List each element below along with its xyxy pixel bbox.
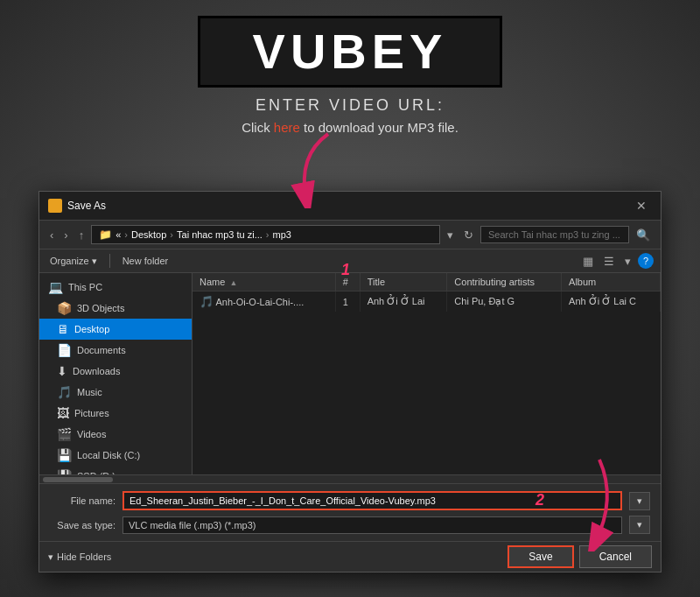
this-pc-icon: 💻: [48, 280, 63, 294]
main-content: VUBEY ENTER VIDEO URL: Click here to dow…: [0, 0, 700, 147]
view-dropdown-button[interactable]: ▾: [621, 254, 634, 269]
view-list-button[interactable]: ☰: [600, 254, 618, 269]
3d-objects-icon: 📦: [57, 301, 72, 315]
cell-album: Anh Ởi Ở Lai C: [562, 291, 661, 313]
folder-icon: 📁: [99, 228, 112, 241]
nav-this-pc[interactable]: 💻 This PC: [39, 277, 192, 298]
step-2-label: 2: [536, 491, 544, 509]
arrow-1: [289, 130, 341, 208]
col-name[interactable]: Name ▲: [192, 273, 335, 291]
hide-folders-label: Hide Folders: [57, 551, 111, 562]
nav-pictures[interactable]: 🖼 Pictures: [39, 403, 192, 424]
filename-label: File name:: [50, 495, 116, 506]
savetype-label: Save as type:: [50, 520, 116, 530]
toolbar-separator: [109, 254, 110, 268]
view-controls: ▦ ☰ ▾ ?: [579, 253, 654, 269]
breadcrumb-desktop[interactable]: Desktop: [131, 229, 166, 240]
organize-button[interactable]: Organize ▾: [46, 254, 101, 269]
new-folder-button[interactable]: New folder: [119, 254, 172, 268]
ssd-d-icon: 💾: [57, 469, 72, 474]
filename-input[interactable]: [122, 491, 622, 510]
enter-url-label: ENTER VIDEO URL:: [256, 96, 444, 115]
breadcrumb-folder[interactable]: Tai nhac mp3 tu zi...: [177, 229, 262, 240]
refresh-button[interactable]: ↻: [460, 227, 477, 243]
filename-dropdown-button[interactable]: ▾: [629, 492, 650, 510]
col-album[interactable]: Album: [562, 273, 661, 291]
nav-3d-objects[interactable]: 📦 3D Objects: [39, 298, 192, 319]
logo-text: VUBEY: [253, 27, 448, 76]
dialog-body: 💻 This PC 📦 3D Objects 🖥 Desktop 📄 Docum…: [39, 273, 661, 474]
nav-music[interactable]: 🎵 Music: [39, 382, 192, 403]
nav-videos[interactable]: 🎬 Videos: [39, 424, 192, 445]
logo-box: VUBEY: [198, 16, 503, 88]
save-icon: [48, 199, 62, 213]
cell-num: 1: [335, 291, 360, 313]
cell-title: Anh Ởi Ở Lai: [360, 291, 447, 313]
dialog-title: Save As: [48, 199, 106, 213]
music-icon: 🎵: [57, 385, 72, 399]
desktop-icon: 🖥: [57, 322, 69, 336]
nav-desktop[interactable]: 🖥 Desktop: [39, 319, 192, 340]
videos-icon: 🎬: [57, 427, 72, 441]
forward-button[interactable]: ›: [60, 227, 71, 243]
nav-ssd-d[interactable]: 💾 SSD (D:): [39, 466, 192, 474]
search-input[interactable]: [480, 226, 629, 243]
close-button[interactable]: ✕: [631, 197, 652, 214]
savetype-dropdown-button[interactable]: ▾: [629, 516, 650, 534]
dropdown-button[interactable]: ▾: [444, 227, 457, 243]
file-icon: 🎵: [200, 295, 214, 308]
col-title[interactable]: Title: [360, 273, 447, 291]
dialog-titlebar: Save As ✕: [39, 192, 661, 221]
breadcrumb-subfolder[interactable]: mp3: [273, 229, 291, 240]
cell-artists: Chi Pu, Đạt G: [447, 291, 562, 313]
search-button[interactable]: 🔍: [633, 227, 654, 243]
dialog-nav: ‹ › ↑ 📁 « › Desktop › Tai nhac mp3 tu zi…: [39, 221, 661, 249]
back-button[interactable]: ‹: [46, 227, 57, 243]
file-table: Name ▲ # Title Contributing artists: [192, 273, 661, 312]
view-grid-button[interactable]: ▦: [579, 254, 597, 269]
scrollbar-thumb[interactable]: [43, 477, 113, 482]
savetype-input[interactable]: [122, 516, 622, 534]
click-here-text: Click here to download your MP3 file.: [242, 120, 458, 135]
breadcrumb-root: «: [116, 229, 121, 240]
nav-documents[interactable]: 📄 Documents: [39, 340, 192, 361]
chevron-down-icon: ▾: [48, 551, 53, 563]
right-panel: Name ▲ # Title Contributing artists: [192, 273, 661, 474]
pictures-icon: 🖼: [57, 406, 69, 420]
nav-downloads[interactable]: ⬇ Downloads: [39, 361, 192, 382]
step-1-label: 1: [341, 261, 350, 279]
table-row[interactable]: 🎵 Anh-Oi-O-Lai-Chi-.... 1 Anh Ởi Ở Lai C…: [192, 291, 661, 313]
nav-local-disk-c[interactable]: 💾 Local Disk (C:): [39, 445, 192, 466]
cell-name: 🎵 Anh-Oi-O-Lai-Chi-....: [192, 291, 335, 313]
documents-icon: 📄: [57, 343, 72, 357]
left-panel: 💻 This PC 📦 3D Objects 🖥 Desktop 📄 Docum…: [39, 273, 192, 474]
arrow-2: [556, 455, 626, 551]
help-button[interactable]: ?: [638, 253, 654, 269]
downloads-icon: ⬇: [57, 364, 67, 378]
breadcrumb-bar[interactable]: 📁 « › Desktop › Tai nhac mp3 tu zi... › …: [91, 225, 440, 244]
disk-c-icon: 💾: [57, 448, 72, 462]
col-contributing-artists[interactable]: Contributing artists: [447, 273, 562, 291]
up-button[interactable]: ↑: [75, 227, 88, 243]
